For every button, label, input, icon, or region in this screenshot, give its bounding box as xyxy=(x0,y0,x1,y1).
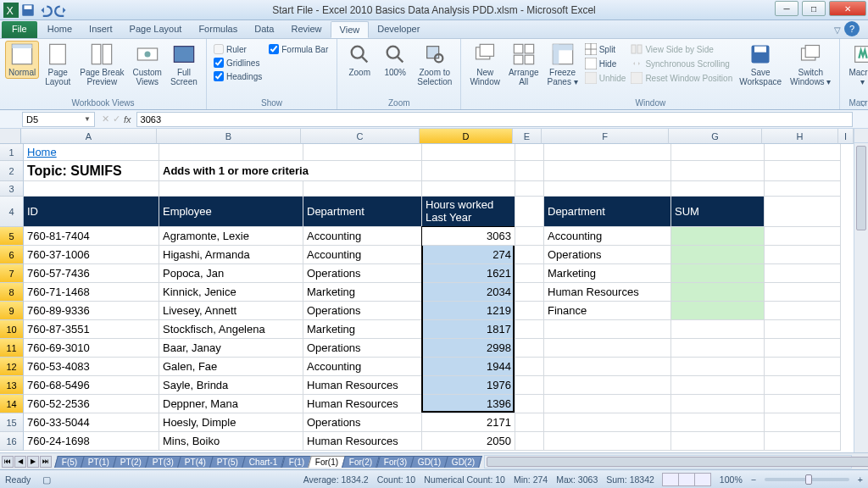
cell-C6[interactable]: Accounting xyxy=(303,246,422,264)
cell-G15[interactable] xyxy=(671,413,765,432)
cell-H3[interactable] xyxy=(765,181,841,197)
cell-G6[interactable] xyxy=(671,246,765,264)
cell-B16[interactable]: Mins, Boiko xyxy=(159,432,303,451)
cell-C11[interactable]: Operations xyxy=(303,339,422,358)
cell-D5[interactable]: 3063 xyxy=(422,227,515,246)
sheet-tab-gd1[interactable]: GD(1) xyxy=(410,456,448,468)
tab-next-icon[interactable]: ▶ xyxy=(27,456,39,468)
cell-B1[interactable] xyxy=(159,144,303,161)
cell-A6[interactable]: 760-37-1006 xyxy=(24,246,159,264)
cell-E9[interactable] xyxy=(515,302,544,320)
cell-A9[interactable]: 760-89-9336 xyxy=(24,302,159,320)
page-layout-button[interactable]: Page Layout xyxy=(41,41,75,88)
ruler-checkbox[interactable]: Ruler xyxy=(214,44,262,54)
cell-E3[interactable] xyxy=(515,181,544,197)
zoom-slider[interactable] xyxy=(765,478,849,481)
sheet-tab-pt2[interactable]: PT(2) xyxy=(113,456,149,468)
cell-A14[interactable]: 760-52-2536 xyxy=(24,395,159,413)
cell-F6[interactable]: Operations xyxy=(544,246,671,264)
cell-F1[interactable] xyxy=(544,144,671,161)
cell-C16[interactable]: Human Resources xyxy=(303,432,422,451)
headings-checkbox[interactable]: Headings xyxy=(214,71,262,81)
cell-E12[interactable] xyxy=(515,358,544,376)
row-header-15[interactable]: 15 xyxy=(0,413,24,432)
cell-A4[interactable]: ID xyxy=(24,197,159,227)
sheet-tab-pt5[interactable]: PT(5) xyxy=(209,456,246,468)
horizontal-scrollbar[interactable] xyxy=(484,455,852,469)
cell-H10[interactable] xyxy=(765,320,841,339)
cell-E5[interactable] xyxy=(515,227,544,246)
excel-icon[interactable]: X xyxy=(3,3,19,18)
cell-B5[interactable]: Agramonte, Lexie xyxy=(159,227,303,246)
zoom-selection-button[interactable]: Zoom to Selection xyxy=(414,41,455,88)
sheet-tab-for2[interactable]: For(2) xyxy=(342,456,380,468)
cell-D6[interactable]: 274 xyxy=(422,246,515,264)
row-header-16[interactable]: 16 xyxy=(0,432,24,451)
cell-D10[interactable]: 1817 xyxy=(422,320,515,339)
cell-F4[interactable]: Department xyxy=(544,197,671,227)
help-icon[interactable]: ? xyxy=(844,21,860,36)
zoom-100-button[interactable]: 100% xyxy=(378,41,412,79)
cell-C9[interactable]: Operations xyxy=(303,302,422,320)
cell-A3[interactable] xyxy=(24,181,159,197)
sheet-tab-pt3[interactable]: PT(3) xyxy=(145,456,181,468)
status-zoom[interactable]: 100% xyxy=(720,474,743,485)
cell-D1[interactable] xyxy=(422,144,515,161)
sheet-tab-gd2[interactable]: GD(2) xyxy=(444,456,482,468)
cell-B15[interactable]: Hoesly, Dimple xyxy=(159,413,303,432)
cell-C4[interactable]: Department xyxy=(303,197,422,227)
tab-last-icon[interactable]: ⏭ xyxy=(40,456,52,468)
cell-F11[interactable] xyxy=(544,339,671,358)
tab-data[interactable]: Data xyxy=(246,21,282,38)
row-header-6[interactable]: 6 xyxy=(0,246,24,264)
cell-G11[interactable] xyxy=(671,339,765,358)
cell-E7[interactable] xyxy=(515,264,544,283)
cell-C12[interactable]: Accounting xyxy=(303,358,422,376)
cell-A8[interactable]: 760-71-1468 xyxy=(24,283,159,302)
row-header-3[interactable]: 3 xyxy=(0,181,24,197)
cell-D8[interactable]: 2034 xyxy=(422,283,515,302)
new-window-button[interactable]: New Window xyxy=(466,41,504,88)
arrange-all-button[interactable]: Arrange All xyxy=(505,41,542,88)
sheet-tab-pt4[interactable]: PT(4) xyxy=(177,456,214,468)
cell-D9[interactable]: 1219 xyxy=(422,302,515,320)
tab-insert[interactable]: Insert xyxy=(81,21,121,38)
cell-C13[interactable]: Human Resources xyxy=(303,376,422,395)
page-break-button[interactable]: Page Break Preview xyxy=(76,41,127,88)
cell-G13[interactable] xyxy=(671,376,765,395)
row-header-2[interactable]: 2 xyxy=(0,161,24,181)
zoom-button[interactable]: Zoom xyxy=(342,41,376,79)
cell-B2[interactable]: Adds with 1 or more criteria xyxy=(159,161,422,181)
cell-H7[interactable] xyxy=(765,264,841,283)
cell-G14[interactable] xyxy=(671,395,765,413)
cell-B10[interactable]: Stockfisch, Angelena xyxy=(159,320,303,339)
cell-C8[interactable]: Marketing xyxy=(303,283,422,302)
cell-H13[interactable] xyxy=(765,376,841,395)
macros-button[interactable]: Macros ▾ xyxy=(845,41,868,88)
cell-F7[interactable]: Marketing xyxy=(544,264,671,283)
tab-prev-icon[interactable]: ◀ xyxy=(14,456,26,468)
save-workspace-button[interactable]: Save Workspace xyxy=(736,41,785,88)
cell-D4[interactable]: Hours worked Last Year xyxy=(422,197,515,227)
cell-B9[interactable]: Livesey, Annett xyxy=(159,302,303,320)
cell-D3[interactable] xyxy=(422,181,515,197)
cell-F14[interactable] xyxy=(544,395,671,413)
cell-A13[interactable]: 760-68-5496 xyxy=(24,376,159,395)
cell-H6[interactable] xyxy=(765,246,841,264)
row-header-11[interactable]: 11 xyxy=(0,339,24,358)
cell-H9[interactable] xyxy=(765,302,841,320)
cell-A1[interactable]: Home xyxy=(24,144,159,161)
cell-A16[interactable]: 760-24-1698 xyxy=(24,432,159,451)
cell-A15[interactable]: 760-33-5044 xyxy=(24,413,159,432)
cell-D13[interactable]: 1976 xyxy=(422,376,515,395)
cell-G16[interactable] xyxy=(671,432,765,451)
tab-home[interactable]: Home xyxy=(39,21,81,38)
ribbon-collapse-icon[interactable]: ▽ xyxy=(860,99,866,108)
cell-D16[interactable]: 2050 xyxy=(422,432,515,451)
sheet-tab-for3[interactable]: For(3) xyxy=(376,456,415,468)
cell-H2[interactable] xyxy=(765,161,841,181)
zoom-in-button[interactable]: + xyxy=(858,474,863,485)
cell-G5[interactable] xyxy=(671,227,765,246)
view-shortcut-buttons[interactable] xyxy=(663,473,711,486)
cell-A7[interactable]: 760-57-7436 xyxy=(24,264,159,283)
